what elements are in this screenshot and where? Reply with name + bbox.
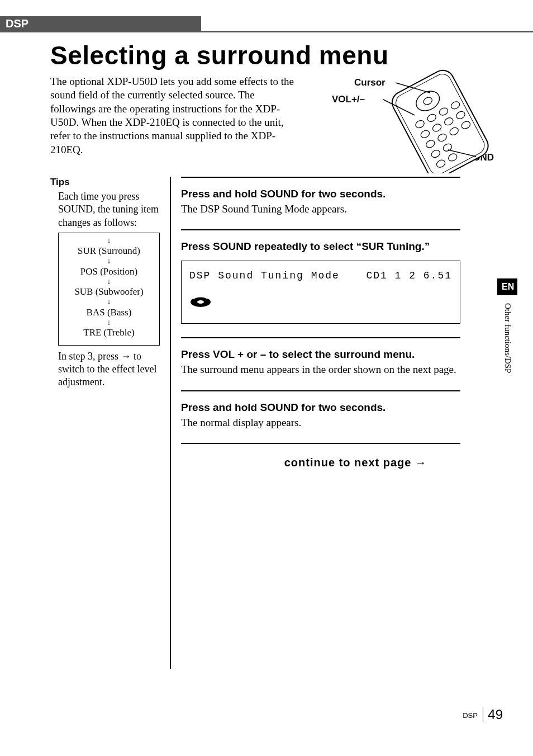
flow-item: BAS (Bass) xyxy=(62,307,156,318)
footer-section: DSP xyxy=(463,711,478,720)
flow-item: SUR (Surround) xyxy=(62,245,156,257)
step-heading: Press and hold SOUND for two seconds. xyxy=(181,401,460,414)
remote-illustration: Cursor VOL+/– SOUND xyxy=(332,67,499,179)
arrow-down-icon: ↓ xyxy=(62,239,156,243)
remote-icon xyxy=(377,67,499,173)
lcd-text-right: CD1 1 2 6.51 xyxy=(366,270,452,281)
section-tab: DSP xyxy=(0,16,201,32)
arrow-down-icon: ↓ xyxy=(62,259,156,263)
step-body: The surround menu appears in the order s… xyxy=(181,363,460,376)
tuning-flow-box: ↓ SUR (Surround) ↓ POS (Position) ↓ SUB … xyxy=(58,233,160,346)
header-bar: DSP xyxy=(0,18,533,32)
step-body: The normal display appears. xyxy=(181,416,460,429)
steps-column: Press and hold SOUND for two seconds. Th… xyxy=(181,177,460,669)
disc-icon xyxy=(189,296,212,308)
tips-sidebar: Tips Each time you press SOUND, the tuni… xyxy=(50,177,168,669)
lcd-text-left: DSP Sound Tuning Mode xyxy=(189,270,340,281)
tips-note: In step 3, press → to switch to the effe… xyxy=(58,350,160,389)
tips-heading: Tips xyxy=(50,177,160,188)
step-heading: Press VOL + or – to select the surround … xyxy=(181,348,460,361)
step-4: Press and hold SOUND for two seconds. Th… xyxy=(181,390,460,444)
lcd-display: DSP Sound Tuning Mode CD1 1 2 6.51 xyxy=(181,261,460,324)
flow-item: SUB (Subwoofer) xyxy=(62,286,156,297)
tips-body: Each time you press SOUND, the tuning it… xyxy=(58,190,160,229)
continue-note: continue to next page → xyxy=(181,456,427,469)
svg-point-24 xyxy=(197,300,204,304)
vol-label: VOL+/– xyxy=(332,94,365,105)
arrow-down-icon: ↓ xyxy=(62,280,156,284)
intro-paragraph: The optional XDP-U50D lets you add some … xyxy=(50,75,296,157)
header-rule xyxy=(201,31,533,32)
flow-item: POS (Position) xyxy=(62,266,156,277)
page-title: Selecting a surround menu xyxy=(50,40,533,70)
arrow-down-icon: ↓ xyxy=(62,300,156,304)
arrow-down-icon: ↓ xyxy=(62,320,156,325)
page-footer: DSP 49 xyxy=(463,707,503,722)
vertical-divider xyxy=(170,177,171,669)
step-heading: Press and hold SOUND for two seconds. xyxy=(181,188,460,200)
step-heading: Press SOUND repeatedly to select “SUR Tu… xyxy=(181,240,460,253)
side-tab: EN Other functions/DSP xyxy=(497,278,517,373)
step-3: Press VOL + or – to select the surround … xyxy=(181,337,460,390)
step-2: Press SOUND repeatedly to select “SUR Tu… xyxy=(181,229,460,337)
page-number: 49 xyxy=(483,707,503,722)
section-vertical-label: Other functions/DSP xyxy=(503,303,512,373)
lang-tab: EN xyxy=(497,278,517,295)
step-1: Press and hold SOUND for two seconds. Th… xyxy=(181,177,460,229)
step-body: The DSP Sound Tuning Mode appears. xyxy=(181,202,460,216)
flow-item: TRE (Treble) xyxy=(62,327,156,338)
